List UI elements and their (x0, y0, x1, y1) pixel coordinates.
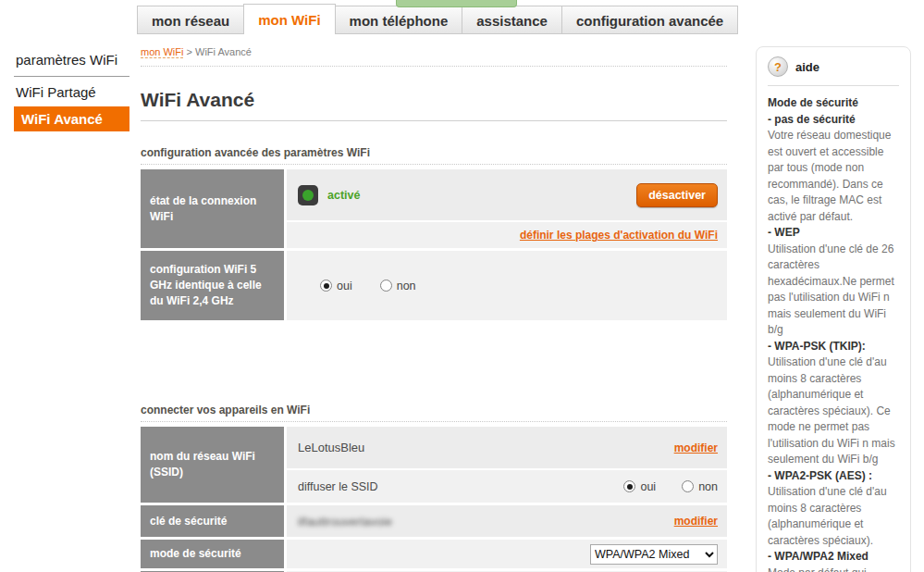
broadcast-radio-non-group: non (682, 480, 718, 493)
help-text-heading: - WEP (768, 225, 899, 242)
wifi-schedule-link[interactable]: définir les plages d'activation du WiFi (520, 229, 718, 242)
row-label-wifi5: configuration WiFi 5 GHz identique à cel… (141, 251, 284, 320)
help-text-paragraph: Utilisation d'une clé d'au moins 8 carac… (768, 484, 899, 549)
security-key-value: ilfauttrouverlavoie (298, 515, 392, 528)
wifi5-radio-cell: oui non (287, 251, 727, 320)
table-row: configuration WiFi 5 GHz identique à cel… (141, 251, 727, 320)
broadcast-radio-non-label: non (698, 480, 718, 493)
wifi5-radio-non[interactable] (380, 280, 392, 292)
table-row: clé de sécurité ilfauttrouverlavoie modi… (141, 505, 727, 537)
advanced-settings-table: état de la connexion WiFi activé désacti… (141, 169, 727, 320)
table-row: état de la connexion WiFi activé désacti… (141, 169, 727, 248)
wifi5-cells: oui non (287, 251, 727, 320)
tab-mon-telephone[interactable]: mon téléphone (335, 6, 463, 34)
help-text-paragraph: Utilisation d'une clé de 26 caractères h… (768, 242, 899, 339)
section-heading-advanced: configuration avancée des paramètres WiF… (141, 146, 727, 159)
row-label-security-key: clé de sécurité (141, 505, 284, 537)
section-divider-connect (141, 421, 727, 422)
tab-mon-reseau[interactable]: mon réseau (137, 6, 244, 34)
help-panel: ? aide Mode de sécurité - pas de sécurit… (756, 46, 911, 572)
help-text-heading: - WPA2-PSK (AES) : (768, 468, 899, 485)
help-divider (768, 85, 899, 86)
question-mark-icon[interactable]: ? (768, 56, 788, 77)
security-mode-select[interactable]: WPA/WPA2 Mixed (590, 544, 718, 565)
sidebar-item-wifi-partage[interactable]: WiFi Partagé (14, 79, 129, 106)
broadcast-radio-non[interactable] (682, 480, 694, 492)
help-text-paragraph: Mode par défaut qui sélectionne automati… (768, 566, 899, 572)
breadcrumb-current: WiFi Avancé (195, 46, 252, 57)
broadcast-ssid-label: diffuser le SSID (298, 480, 378, 493)
wifi5-radio-non-label: non (397, 280, 416, 292)
breadcrumb-separator: > (187, 46, 192, 57)
page-title: WiFi Avancé (141, 89, 727, 111)
breadcrumb-link-mon-wifi[interactable]: mon WiFi (141, 46, 183, 58)
title-divider (141, 120, 727, 121)
wifi5-radio-oui-label: oui (337, 280, 352, 292)
wifi-status-led-icon (298, 185, 318, 205)
help-text-heading: - WPA-PSK (TKIP): (768, 339, 899, 355)
sidebar-item-wifi-avance[interactable]: WiFi Avancé (14, 106, 129, 131)
ssid-cells: LeLotusBleu modifier diffuser le SSID ou… (287, 427, 727, 503)
tab-assistance[interactable]: assistance (462, 6, 562, 34)
help-text-heading: Mode de sécurité (768, 95, 899, 112)
table-row: mode de sécurité WPA/WPA2 Mixed (141, 540, 727, 568)
wifi-schedule-cell: définir les plages d'activation du WiFi (287, 222, 727, 248)
section-heading-connect: connecter vos appareils en WiFi (141, 404, 727, 417)
breadcrumb-divider (141, 66, 727, 67)
tab-configuration-avancee[interactable]: configuration avancée (561, 6, 738, 34)
modify-security-key-link[interactable]: modifier (674, 515, 718, 528)
broadcast-radio-oui[interactable] (623, 480, 635, 492)
row-label-ssid: nom du réseau WiFi (SSID) (141, 427, 284, 503)
security-key-cells: ilfauttrouverlavoie modifier (287, 505, 727, 537)
help-title: aide (795, 60, 819, 74)
tab-mon-wifi[interactable]: mon WiFi (243, 4, 335, 34)
ssid-value-cell: LeLotusBleu modifier (287, 427, 727, 468)
help-text-paragraph: Votre réseau domestique est ouvert et ac… (768, 128, 899, 225)
broadcast-radio-oui-label: oui (640, 480, 656, 493)
row-label-security-mode: mode de sécurité (141, 540, 284, 568)
help-text-paragraph: Utilisation d'une clé d'au moins 8 carac… (768, 354, 899, 468)
connect-devices-table: nom du réseau WiFi (SSID) LeLotusBleu mo… (141, 427, 727, 572)
green-highlight-fragment (396, 0, 517, 7)
help-header: ? aide (768, 56, 899, 77)
disable-wifi-button[interactable]: désactiver (636, 183, 718, 207)
help-text-heading: - WPA/WPA2 Mixed (768, 549, 899, 566)
table-row: nom du réseau WiFi (SSID) LeLotusBleu mo… (141, 427, 727, 503)
main-content: mon WiFi > WiFi Avancé WiFi Avancé confi… (141, 46, 727, 572)
wifi-status-text: activé (327, 189, 360, 202)
ssid-value: LeLotusBleu (298, 441, 364, 454)
wifi-state-cells: activé désactiver définir les plages d'a… (287, 169, 727, 248)
section-divider-advanced (141, 164, 727, 165)
broadcast-radio-oui-group: oui (623, 480, 656, 493)
wifi-state-status-cell: activé désactiver (287, 169, 727, 220)
breadcrumb: mon WiFi > WiFi Avancé (141, 46, 727, 60)
ssid-broadcast-cell: diffuser le SSID oui non (287, 470, 727, 503)
wifi5-radio-oui[interactable] (320, 280, 332, 292)
wifi5-radio-non-group: non (380, 280, 416, 292)
modify-ssid-link[interactable]: modifier (674, 441, 718, 454)
wifi5-radio-oui-group: oui (320, 280, 352, 292)
wifi-sidebar: paramètres WiFi WiFi Partagé WiFi Avancé (14, 46, 129, 131)
sidebar-item-parametres-wifi[interactable]: paramètres WiFi (14, 46, 129, 77)
security-key-cell: ilfauttrouverlavoie modifier (287, 505, 727, 537)
help-text-heading: - pas de sécurité (768, 112, 899, 129)
security-mode-cell: WPA/WPA2 Mixed (287, 540, 727, 568)
security-mode-cells: WPA/WPA2 Mixed (287, 540, 727, 568)
top-tab-bar: mon réseau mon WiFi mon téléphone assist… (137, 4, 737, 34)
row-label-wifi-state: état de la connexion WiFi (141, 169, 284, 248)
